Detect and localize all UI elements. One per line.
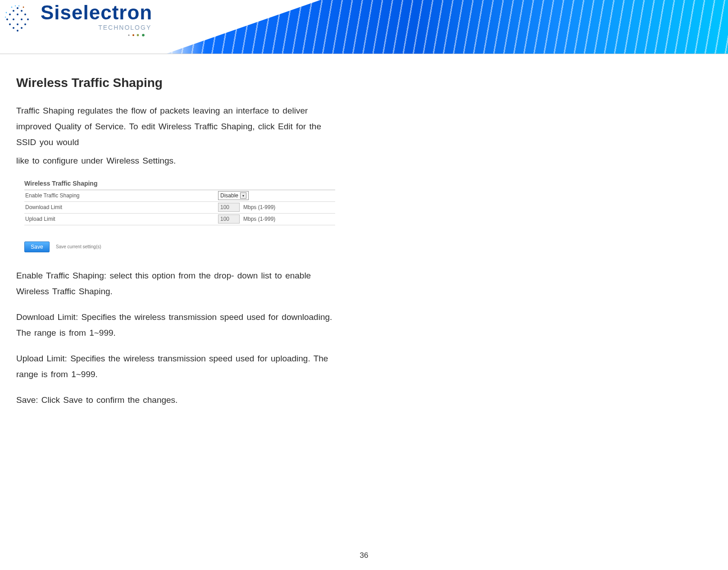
svg-point-14 [24,23,26,25]
text: the flow of packets leaving [113,106,223,115]
text: you would [36,137,79,147]
text: SSID [16,137,36,147]
svg-point-18 [18,5,19,6]
definitions: Enable Traffic Shaping: select this opti… [16,268,342,408]
svg-point-10 [21,10,23,12]
svg-point-5 [13,27,14,29]
def-upload: Upload Limit: Specifies the wireless tra… [16,351,342,382]
text: Traffic Shaping [16,106,77,115]
svg-point-23 [132,34,134,36]
save-subtext: Save current setting(s) [56,244,101,249]
chevron-down-icon: ▾ [240,192,246,199]
text: edit [141,122,155,131]
settings-screenshot: Wireless Traffic Shaping Enable Traffic … [24,180,335,252]
enable-traffic-shaping-select[interactable]: Disable ▾ [218,191,249,200]
svg-point-19 [6,12,7,14]
svg-point-13 [24,14,26,15]
text: Wireless Traffic Shaping, click Edit for… [155,122,321,131]
def-enable: Enable Traffic Shaping: select this opti… [16,268,342,299]
svg-point-8 [17,23,18,25]
svg-point-16 [11,7,13,8]
svg-point-11 [21,18,23,20]
logo-globe-icon [3,5,32,34]
download-limit-input[interactable]: 100 [218,203,240,212]
svg-point-1 [9,14,11,15]
label-download: Download Limit [24,204,218,210]
row-enable-traffic-shaping: Enable Traffic Shaping Disable ▾ [24,190,335,202]
brand-dots-icon [125,32,152,36]
text: an interface [223,106,269,115]
brand-name: Siselectron [41,3,152,23]
row-upload-limit: Upload Limit 100 Mbps (1-999) [24,214,335,225]
row-download-limit: Download Limit 100 Mbps (1-999) [24,202,335,214]
brand-subtitle: TECHNOLOGY [98,24,151,31]
svg-point-25 [142,34,145,36]
svg-point-12 [21,27,23,29]
select-value: Disable [220,192,238,199]
label-enable: Enable Traffic Shaping [24,192,218,199]
intro-paragraph-2: like to configure under Wireless Setting… [16,153,342,169]
svg-point-15 [27,18,29,20]
settings-section-title: Wireless Traffic Shaping [24,180,335,190]
svg-point-17 [15,5,16,6]
svg-point-24 [137,34,139,36]
svg-point-0 [6,18,8,20]
svg-point-4 [13,18,14,20]
svg-point-6 [17,7,18,9]
svg-point-2 [9,23,11,25]
svg-point-7 [17,14,18,15]
svg-point-3 [13,10,14,12]
intro-paragraph-1: Traffic Shaping regulates the flow of pa… [16,103,342,150]
upload-unit-text: Mbps (1-999) [243,216,275,222]
logo: Siselectron TECHNOLOGY [3,3,152,36]
text: Wireless Settings [106,156,173,165]
page-title: Wireless Traffic Shaping [16,76,342,90]
upload-limit-input[interactable]: 100 [218,214,240,223]
text: like to configure under [16,156,106,165]
text: regulates [77,106,113,115]
save-row: Save Save current setting(s) [24,242,335,252]
svg-point-20 [5,17,6,18]
svg-point-9 [17,30,18,32]
label-upload: Upload Limit [24,216,218,222]
logo-text: Siselectron TECHNOLOGY [41,3,152,36]
header-banner: Siselectron TECHNOLOGY [0,0,728,54]
save-button[interactable]: Save [24,242,50,252]
main-content: Wireless Traffic Shaping Traffic Shaping… [0,54,342,408]
svg-point-21 [23,7,24,8]
def-save: Save: Click Save to confirm the changes. [16,392,342,408]
def-download: Download Limit: Specifies the wireless t… [16,309,342,341]
download-unit-text: Mbps (1-999) [243,204,275,210]
page-number: 36 [0,551,728,560]
text: . [173,156,176,165]
svg-point-22 [128,34,130,36]
